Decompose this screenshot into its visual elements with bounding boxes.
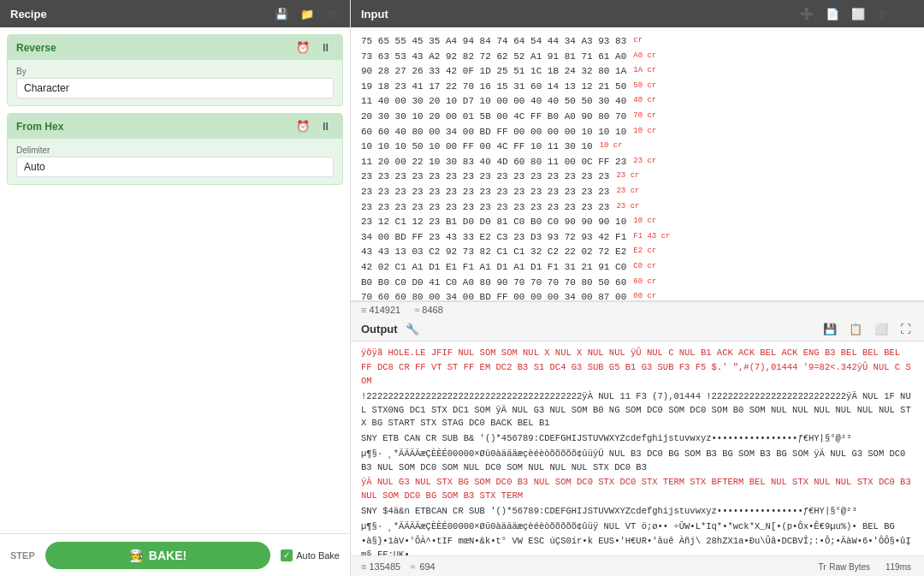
timer-icon[interactable]: 119ms — [883, 559, 914, 573]
hex-row: 11 40 00 30 20 10 D7 10 00 00 40 40 50 5… — [361, 94, 914, 110]
reverse-title: Reverse — [16, 42, 56, 54]
from-hex-title: From Hex — [16, 121, 63, 133]
recipe-header-icons: 💾 📁 🗑 — [272, 7, 340, 21]
output-header: Output 🔧 💾 📋 ⬜ ⛶ — [351, 318, 924, 341]
recipe-title: Recipe — [10, 8, 47, 21]
output-line: ÿõÿã HOLE.LE JFIF NUL SOM SOM NUL X NUL … — [361, 347, 914, 360]
input-size: ≡ 414921 — [361, 305, 400, 315]
bake-button[interactable]: 👨‍🍳 BAKE! — [45, 542, 271, 569]
raw-bytes-label: Raw Bytes — [829, 562, 870, 572]
hex-row: 23 23 23 23 23 23 23 23 23 23 23 23 23 2… — [361, 185, 914, 200]
input-trash-icon[interactable]: 🗑 — [874, 7, 891, 21]
input-header: Input ➕ 📄 ⬜ 🗑 ⛶ — [351, 0, 924, 27]
from-hex-header-icons: ⏰ ⏸ — [293, 119, 334, 134]
hex-row: B0 B0 C0 D0 41 C0 A0 80 90 70 70 70 70 8… — [361, 276, 914, 291]
input-expand-icon[interactable]: ⬜ — [849, 7, 868, 21]
input-header-icons: ➕ 📄 ⬜ 🗑 ⛶ — [797, 7, 914, 21]
output-content[interactable]: ÿõÿã HOLE.LE JFIF NUL SOM SOM NUL X NUL … — [351, 341, 924, 556]
input-fullscreen-icon[interactable]: ⛶ — [897, 7, 914, 21]
hex-row: 43 43 13 03 C2 92 73 82 C1 C1 32 C2 22 0… — [361, 245, 914, 260]
input-size-value: 414921 — [369, 305, 400, 315]
output-footer-right: Tr Raw Bytes 119ms — [815, 559, 914, 573]
output-line: SNY $4ä&n ETBCAN CR SUB '()*56789:CDEFGH… — [361, 505, 914, 519]
hex-row: 70 60 60 80 00 34 00 BD FF 00 00 00 34 0… — [361, 290, 914, 300]
input-title: Input — [361, 8, 388, 21]
by-value: Character — [16, 78, 334, 98]
from-hex-header: From Hex ⏰ ⏸ — [8, 114, 342, 139]
input-lines: ≈ 8468 — [414, 305, 443, 315]
hex-row: 23 23 23 23 23 23 23 23 23 23 23 23 23 2… — [361, 169, 914, 185]
hex-row: 20 30 30 10 20 00 01 5B 00 4C FF B0 A0 9… — [361, 110, 914, 125]
timer-value: 119ms — [886, 562, 911, 572]
hex-row: 73 63 53 43 A2 92 82 72 62 52 A1 91 81 7… — [361, 50, 914, 65]
input-lines-value: 8468 — [422, 305, 442, 315]
auto-bake-checkbox[interactable]: ✓ — [281, 549, 293, 561]
recipe-section: Reverse ⏰ ⏸ By Character From Hex ⏰ ⏸ — [0, 27, 350, 533]
raw-bytes-button[interactable]: Tr Raw Bytes — [815, 559, 873, 573]
output-fullscreen-icon[interactable]: ⛶ — [897, 322, 914, 336]
output-header-left: Output 🔧 — [361, 322, 422, 336]
input-area[interactable]: 75 65 55 45 35 A4 94 84 74 64 54 44 34 A… — [351, 27, 924, 301]
hex-row: 23 12 C1 12 23 B1 D0 D0 81 C0 B0 C0 90 9… — [361, 215, 914, 230]
step-bar: STEP 👨‍🍳 BAKE! ✓ Auto Bake — [0, 533, 350, 576]
output-line: •à§}•1àV•'ÔÀ^•tIF mœN•&k•t° VW ESC úÇS0í… — [361, 535, 914, 555]
output-line: !222222222222222222222222222222222222222… — [361, 390, 914, 431]
reverse-pause-icon[interactable]: ⏸ — [317, 40, 334, 55]
output-line: µ¶§· ¸*ÄÄÄÄæÇÈÈÉ00000×Øü0àäääæçèéèòõõõõõ… — [361, 448, 914, 475]
reverse-header: Reverse ⏰ ⏸ — [8, 35, 342, 60]
output-copy-icon[interactable]: 📋 — [846, 322, 865, 336]
output-title: Output — [361, 323, 398, 336]
output-split-icon[interactable]: ⬜ — [872, 322, 891, 336]
output-line: SNY ETB CAN CR SUB B& '()*456789:CDEFGHI… — [361, 432, 914, 446]
output-header-icons: 💾 📋 ⬜ ⛶ — [820, 322, 914, 336]
hex-row: 11 20 00 22 10 30 83 40 4D 60 80 11 00 0… — [361, 155, 914, 170]
hex-row: 42 02 C1 A1 D1 E1 F1 A1 D1 A1 D1 F1 31 2… — [361, 260, 914, 276]
delimiter-value: Auto — [16, 157, 334, 177]
hex-row: 10 10 10 50 10 00 FF 00 4C FF 10 11 30 1… — [361, 140, 914, 155]
output-lines-value: 694 — [419, 561, 435, 572]
input-footer: ≡ 414921 ≈ 8468 — [351, 301, 924, 318]
output-size: ≡ 135485 ≈ 694 — [361, 561, 435, 572]
hex-row: 60 60 40 80 00 34 00 BD FF 00 00 00 00 1… — [361, 125, 914, 140]
input-copy-icon[interactable]: 📄 — [823, 7, 842, 21]
from-hex-clock-icon[interactable]: ⏰ — [293, 119, 312, 134]
output-line: µ¶§· ¸*ÄÄÄÄæÇÈÈÉ00000×Øü0àäääæçèéèòõõõõõ… — [361, 520, 914, 534]
output-line: ÿÄ NUL G3 NUL STX BG SOM DC0 B3 NUL SOM … — [361, 476, 914, 503]
hex-row: 90 28 27 26 33 42 0F 1D 25 51 1C 1B 24 3… — [361, 64, 914, 80]
output-footer: ≡ 135485 ≈ 694 Tr Raw Bytes 119ms — [351, 555, 924, 576]
bake-label: BAKE! — [149, 549, 187, 562]
by-label: By — [16, 67, 334, 76]
folder-icon[interactable]: 📁 — [298, 7, 317, 21]
output-wrench-icon[interactable]: 🔧 — [403, 322, 422, 336]
right-panel: Input ➕ 📄 ⬜ 🗑 ⛶ 75 65 55 45 35 A4 94 84 … — [351, 0, 924, 576]
from-hex-block: From Hex ⏰ ⏸ Delimiter Auto — [7, 113, 343, 185]
step-label: STEP — [10, 550, 35, 561]
trash-icon[interactable]: 🗑 — [323, 7, 340, 21]
input-add-icon[interactable]: ➕ — [797, 7, 816, 21]
reverse-block: Reverse ⏰ ⏸ By Character — [7, 34, 343, 106]
auto-bake-label: ✓ Auto Bake — [281, 549, 340, 561]
auto-bake-text: Auto Bake — [296, 550, 340, 561]
reverse-body: By Character — [8, 60, 342, 105]
output-save-icon[interactable]: 💾 — [820, 322, 839, 336]
hex-row: 34 00 BD FF 23 43 33 E2 C3 23 D3 93 72 9… — [361, 230, 914, 246]
reverse-clock-icon[interactable]: ⏰ — [293, 40, 312, 55]
hex-row: 19 18 23 41 17 22 70 16 15 31 60 14 13 1… — [361, 80, 914, 95]
recipe-header: Recipe 💾 📁 🗑 — [0, 0, 350, 27]
save-icon[interactable]: 💾 — [272, 7, 291, 21]
from-hex-pause-icon[interactable]: ⏸ — [317, 119, 334, 134]
chef-icon: 👨‍🍳 — [129, 549, 144, 562]
hex-row: 75 65 55 45 35 A4 94 84 74 64 54 44 34 A… — [361, 34, 914, 50]
hex-row: 23 23 23 23 23 23 23 23 23 23 23 23 23 2… — [361, 200, 914, 216]
from-hex-body: Delimiter Auto — [8, 139, 342, 184]
output-line: FF DC8 CR FF VT ST FF EM DC2 B3 S1 DC4 G… — [361, 361, 914, 389]
output-size-value: 135485 — [369, 561, 400, 572]
reverse-header-icons: ⏰ ⏸ — [293, 40, 334, 55]
left-panel: Recipe 💾 📁 🗑 Reverse ⏰ ⏸ By Character — [0, 0, 351, 576]
output-section: Output 🔧 💾 📋 ⬜ ⛶ ÿõÿã HOLE.LE JFIF NUL S… — [351, 318, 924, 577]
delimiter-label: Delimiter — [16, 145, 334, 155]
